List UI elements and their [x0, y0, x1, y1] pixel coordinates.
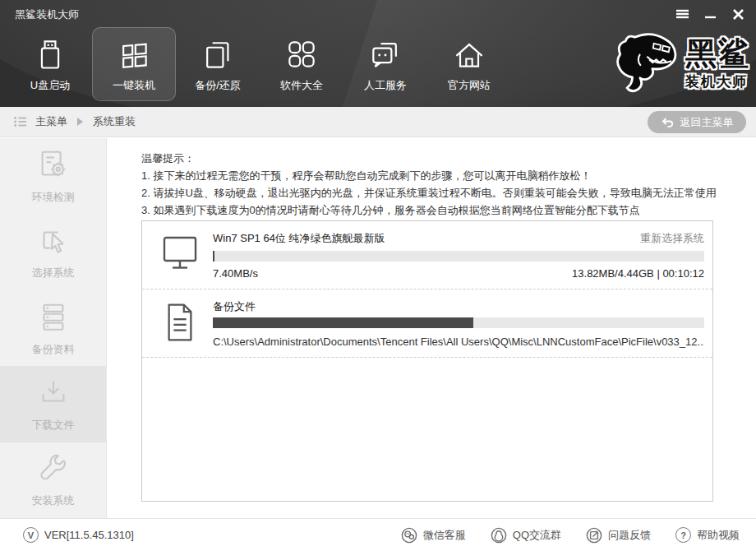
app-grid-icon [284, 36, 320, 72]
tips-block: 温馨提示： 1. 接下来的过程无需您的干预，程序会帮助您自动完成剩下的步骤，您可… [141, 150, 717, 219]
sidebar-step-label: 备份资料 [32, 342, 75, 357]
sidebar-step-select-system: 选择系统 [0, 214, 106, 289]
footer-link-label: QQ交流群 [513, 528, 561, 543]
window-menu-button[interactable] [672, 4, 692, 24]
breadcrumb-separator-icon [77, 118, 83, 126]
environment-check-icon [36, 148, 71, 183]
home-icon [451, 36, 487, 72]
tips-title: 温馨提示： [141, 150, 717, 167]
copy-documents-icon [200, 36, 236, 72]
nav-item-customer-service[interactable]: 人工服务 [343, 27, 427, 101]
back-button-label: 返回主菜单 [680, 115, 734, 130]
app-header: 黑鲨装机大师 U盘启动 [0, 0, 756, 107]
brand-name: 黑鲨 [685, 38, 751, 69]
qq-penguin-icon [491, 527, 507, 544]
brand-logo: 黑鲨 装机大师 [606, 30, 751, 99]
usb-drive-icon [32, 36, 68, 72]
backup-progress-fill [213, 317, 473, 328]
download-progress-bar [213, 251, 704, 262]
backup-file-path: C:\Users\Administrator\Documents\Tencent… [213, 336, 704, 348]
help-video-link[interactable]: ? 帮助视频 [675, 527, 740, 544]
nav-item-official-website[interactable]: 官方网站 [427, 27, 511, 101]
sidebar-step-label: 下载文件 [32, 418, 75, 433]
nav-label: U盘启动 [30, 78, 70, 93]
windows-grid-icon [116, 36, 152, 72]
download-progress-fill [213, 251, 214, 262]
main-content: 温馨提示： 1. 接下来的过程无需您的干预，程序会帮助您自动完成剩下的步骤，您可… [107, 138, 756, 518]
window-controls [672, 4, 748, 24]
nav-label: 人工服务 [364, 78, 407, 93]
sidebar-step-env-check: 环境检测 [0, 138, 106, 214]
reselect-system-link[interactable]: 重新选择系统 [640, 231, 704, 246]
qq-group-link[interactable]: QQ交流群 [491, 527, 561, 544]
backup-progress-bar [213, 317, 704, 328]
sidebar-step-label: 环境检测 [32, 190, 75, 205]
nav-item-usb-boot[interactable]: U盘启动 [8, 27, 92, 101]
wechat-icon [401, 527, 417, 544]
window-title: 黑鲨装机大师 [15, 7, 79, 22]
nav-item-one-key-install[interactable]: 一键装机 [92, 27, 176, 101]
main-nav: U盘启动 一键装机 备份/还原 [8, 27, 511, 101]
footer-link-label: 微信客服 [423, 528, 466, 543]
footer-links: 微信客服 QQ交流群 问题反馈 ? 帮助视频 [401, 527, 740, 544]
server-stack-icon [36, 300, 71, 335]
nav-label: 备份/还原 [195, 78, 241, 93]
shark-logo-icon [606, 30, 684, 99]
sidebar-step-install-system: 安装系统 [0, 442, 106, 518]
nav-label: 软件大全 [280, 78, 323, 93]
panel-empty-area [142, 357, 712, 504]
sidebar-step-label: 选择系统 [32, 266, 75, 280]
breadcrumb-current: 系统重装 [93, 114, 136, 129]
nav-label: 官方网站 [448, 78, 491, 93]
download-speed: 7.40MB/s [213, 267, 258, 280]
version-icon: V [23, 527, 39, 543]
status-footer: V VER[11.5.45.1310] 微信客服 QQ交流群 [0, 518, 756, 551]
wechat-support-link[interactable]: 微信客服 [401, 527, 466, 544]
return-arrow-icon [661, 116, 674, 129]
nav-item-software-collection[interactable]: 软件大全 [260, 27, 343, 101]
steps-sidebar: 环境检测 选择系统 备份资料 下载文件 [0, 138, 107, 518]
version-info: V VER[11.5.45.1310] [23, 527, 134, 543]
footer-link-label: 帮助视频 [697, 528, 740, 543]
file-document-icon [163, 299, 197, 345]
system-download-section: Win7 SP1 64位 纯净绿色旗舰最新版 重新选择系统 7.40MB/s 1… [142, 221, 712, 289]
brand-subtitle: 装机大师 [685, 72, 751, 91]
brand-logo-text: 黑鲨 装机大师 [685, 38, 751, 91]
sidebar-step-backup-data: 备份资料 [0, 290, 106, 366]
list-icon [13, 114, 28, 129]
window-minimize-button[interactable] [700, 4, 720, 24]
version-text: VER[11.5.45.1310] [44, 529, 134, 541]
sidebar-step-label: 安装系统 [32, 493, 75, 508]
breadcrumb-root[interactable]: 主菜单 [35, 114, 67, 129]
footer-link-label: 问题反馈 [608, 528, 651, 543]
backup-title: 备份文件 [213, 299, 256, 314]
feedback-pencil-icon [586, 527, 602, 544]
tip-line-2: 2. 请拔掉U盘、移动硬盘，退出光驱内的光盘，并保证系统重装过程不断电。否则重装… [141, 184, 717, 201]
nav-item-backup-restore[interactable]: 备份/还原 [176, 27, 260, 101]
window-close-button[interactable] [728, 4, 748, 24]
feedback-link[interactable]: 问题反馈 [586, 527, 651, 544]
tip-line-3: 3. 如果遇到下载速度为0的情况时请耐心等待几分钟，服务器会自动根据您当前网络位… [141, 201, 717, 219]
wrench-icon [36, 451, 71, 486]
monitor-icon [160, 234, 200, 273]
help-question-icon: ? [675, 527, 691, 543]
breadcrumb-bar: 主菜单 系统重装 返回主菜单 [0, 107, 756, 137]
menu-icon [676, 9, 689, 19]
back-to-main-menu-button[interactable]: 返回主菜单 [648, 111, 746, 133]
sidebar-step-download-files: 下载文件 [0, 366, 106, 442]
download-size-time: 13.82MB/4.44GB | 00:10:12 [572, 267, 704, 280]
backup-file-section: 备份文件 C:\Users\Administrator\Documents\Te… [142, 289, 712, 357]
nav-label: 一键装机 [113, 78, 155, 93]
download-icon [36, 376, 71, 410]
minimize-icon [705, 9, 716, 19]
chat-bubble-icon [367, 36, 403, 72]
close-icon [733, 9, 744, 20]
download-panel: Win7 SP1 64位 纯净绿色旗舰最新版 重新选择系统 7.40MB/s 1… [141, 220, 713, 502]
cursor-select-icon [36, 224, 71, 258]
tip-line-1: 1. 接下来的过程无需您的干预，程序会帮助您自动完成剩下的步骤，您可以离开电脑稍… [141, 167, 717, 184]
system-title: Win7 SP1 64位 纯净绿色旗舰最新版 [213, 231, 385, 246]
